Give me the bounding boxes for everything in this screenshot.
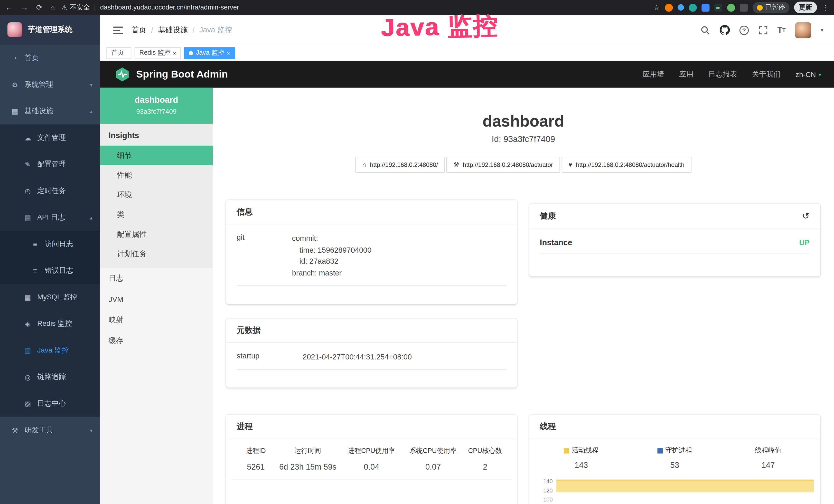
threads-legend: 活动线程 守护进程 线程峰值 143 53 [529, 439, 820, 469]
sidebar-item-label: 首页 [24, 53, 87, 63]
sba-item-performance[interactable]: 性能 [100, 165, 213, 185]
sba-nav-about[interactable]: 关于我们 [752, 70, 781, 79]
sba-sidebar: dashboard 93a3fc7f7409 Insights 细节 性能 环境… [100, 88, 213, 504]
tab-home[interactable]: 首页 [106, 47, 131, 59]
tab-redis-monitor[interactable]: Redis 监控 × [135, 47, 181, 59]
sba-brand-title: Spring Boot Admin [136, 69, 228, 81]
sba-nav-applications[interactable]: 应用 [679, 70, 694, 79]
sba-item-environment[interactable]: 环境 [100, 185, 213, 205]
update-button[interactable]: 更新 [794, 2, 817, 13]
font-size-icon[interactable]: TT [777, 25, 786, 35]
actuator-url-button[interactable]: ⚒ http://192.168.0.2:48080/actuator [446, 157, 560, 173]
sidebar-item-label: Java 监控 [37, 346, 92, 355]
search-icon[interactable] [700, 25, 710, 35]
infrastructure-submenu: ☁ 文件管理 ✎ 配置管理 ◴ 定时任务 ▤ API 日志 ▴ ≡ [0, 124, 100, 417]
sidebar-item-label: 定时任务 [37, 186, 92, 196]
process-uptime: 6d 23h 15m 59s [275, 462, 341, 471]
tab-label: Redis 监控 [139, 48, 170, 57]
cpu-cores: 2 [464, 462, 506, 471]
page-header: 首页 / 基础设施 / Java 监控 ? [100, 15, 834, 45]
sba-item-caches[interactable]: 缓存 [100, 330, 213, 351]
fullscreen-icon[interactable] [758, 25, 768, 35]
sidebar-item-file-mgmt[interactable]: ☁ 文件管理 [0, 124, 100, 151]
log-center-icon: ▨ [23, 399, 32, 408]
sidebar-item-trace[interactable]: ◎ 链路追踪 [0, 364, 100, 390]
peak-threads-value: 147 [722, 460, 815, 469]
sidebar-item-redis-monitor[interactable]: ◈ Redis 监控 [0, 311, 100, 337]
sidebar-item-label: Redis 监控 [37, 319, 92, 328]
chevron-down-icon: ▾ [90, 427, 92, 433]
extension-icon[interactable] [664, 3, 673, 11]
monitor-icon: ▤ [10, 107, 19, 115]
home-button[interactable]: ⌂ [50, 3, 55, 12]
sidebar-item-error-logs[interactable]: ≡ 错误日志 [0, 257, 100, 284]
extension-icon[interactable] [740, 3, 747, 11]
git-time-line: time: 1596289704000 [292, 245, 506, 256]
close-icon[interactable]: × [226, 50, 230, 56]
sidebar-item-infrastructure[interactable]: ▤ 基础设施 ▴ [0, 98, 100, 124]
tab-label: 首页 [111, 48, 124, 57]
user-avatar[interactable] [795, 22, 811, 38]
sidebar-item-scheduled-jobs[interactable]: ◴ 定时任务 [0, 178, 100, 204]
app-logo[interactable]: 芋道管理系统 [0, 15, 100, 45]
bookmark-star-icon[interactable]: ☆ [653, 3, 660, 12]
sidebar-item-access-logs[interactable]: ≡ 访问日志 [0, 231, 100, 257]
metadata-value: 2021-04-27T00:44:31.254+08:00 [303, 351, 506, 363]
close-icon[interactable]: × [173, 50, 176, 56]
sba-language-select[interactable]: zh-CN ▾ [795, 70, 821, 78]
sba-nav-wallboard[interactable]: 应用墙 [643, 70, 664, 79]
extension-icon[interactable] [701, 3, 709, 11]
sidebar-item-mysql-monitor[interactable]: ▦ MySQL 监控 [0, 284, 100, 311]
breadcrumb-home[interactable]: 首页 [131, 25, 146, 35]
tab-java-monitor[interactable]: Java 监控 × [184, 47, 235, 59]
extension-on-icon[interactable]: on [714, 3, 722, 11]
service-url-button[interactable]: ⌂ http://192.168.0.2:48080/ [355, 157, 445, 173]
sba-nav-journal[interactable]: 日志报表 [708, 70, 737, 79]
address-bar[interactable]: ⚠ 不安全 | dashboard.yudao.iocoder.cn/infra… [61, 3, 647, 12]
github-icon[interactable] [720, 25, 729, 35]
sba-item-jvm[interactable]: JVM [100, 289, 213, 310]
insights-section-title: Insights [100, 124, 213, 145]
sidebar-item-system-mgmt[interactable]: ⚙ 系统管理 ▾ [0, 71, 100, 98]
reload-button[interactable]: ⟳ [36, 3, 42, 12]
history-icon[interactable]: ↺ [802, 210, 810, 222]
hamburger-icon[interactable] [113, 26, 123, 34]
sidebar-item-config-mgmt[interactable]: ✎ 配置管理 [0, 151, 100, 178]
extension-icon[interactable] [677, 4, 684, 11]
sidebar-item-label: API 日志 [37, 212, 85, 222]
sba-item-details[interactable]: 细节 [100, 145, 213, 165]
health-url-button[interactable]: ♥ http://192.168.0.2:48080/actuator/heal… [562, 157, 691, 173]
dashboard-icon: ◔ [10, 54, 19, 62]
gear-icon: ⚙ [10, 81, 19, 89]
help-icon[interactable]: ? [739, 25, 749, 35]
admin-sidebar: 芋道管理系统 ◔ 首页 ⚙ 系统管理 ▾ ▤ 基础设施 ▴ ☁ 文件管理 [0, 15, 100, 504]
list-icon: ≡ [31, 240, 39, 248]
avatar-caret-icon[interactable]: ▾ [821, 27, 823, 33]
legend-label-text: 活动线程 [572, 446, 599, 455]
y-tick: 100 [535, 495, 552, 504]
browser-menu-icon[interactable]: ⋮ [822, 3, 829, 11]
breadcrumb-infrastructure[interactable]: 基础设施 [158, 25, 188, 35]
forward-button[interactable]: → [21, 3, 28, 12]
sidebar-item-api-logs[interactable]: ▤ API 日志 ▴ [0, 204, 100, 231]
sba-item-logs[interactable]: 日志 [100, 268, 213, 289]
warning-icon: ⚠ [61, 3, 67, 11]
column-header: 运行时间 [275, 446, 341, 456]
sba-instance-header[interactable]: dashboard 93a3fc7f7409 [100, 88, 213, 124]
sba-item-mappings[interactable]: 映射 [100, 310, 213, 330]
sidebar-item-dev-tools[interactable]: ⚒ 研发工具 ▾ [0, 417, 100, 444]
sba-item-classes[interactable]: 类 [100, 205, 213, 224]
sba-item-config-props[interactable]: 配置属性 [100, 224, 213, 244]
sba-item-scheduled-tasks[interactable]: 计划任务 [100, 244, 213, 264]
extension-icon[interactable] [727, 3, 735, 11]
security-label[interactable]: 不安全 [70, 3, 90, 12]
chevron-down-icon: ▾ [90, 82, 92, 88]
back-button[interactable]: ← [5, 3, 13, 12]
sidebar-item-home[interactable]: ◔ 首页 [0, 45, 100, 71]
url-text[interactable]: dashboard.yudao.iocoder.cn/infra/admin-s… [100, 4, 239, 11]
sidebar-item-java-monitor[interactable]: ▥ Java 监控 [0, 337, 100, 364]
sidebar-item-log-center[interactable]: ▨ 日志中心 [0, 390, 100, 417]
sba-brand[interactable]: Spring Boot Admin [114, 67, 228, 83]
extension-icon[interactable] [688, 3, 697, 11]
paused-badge[interactable]: 已暂停 [752, 2, 789, 13]
